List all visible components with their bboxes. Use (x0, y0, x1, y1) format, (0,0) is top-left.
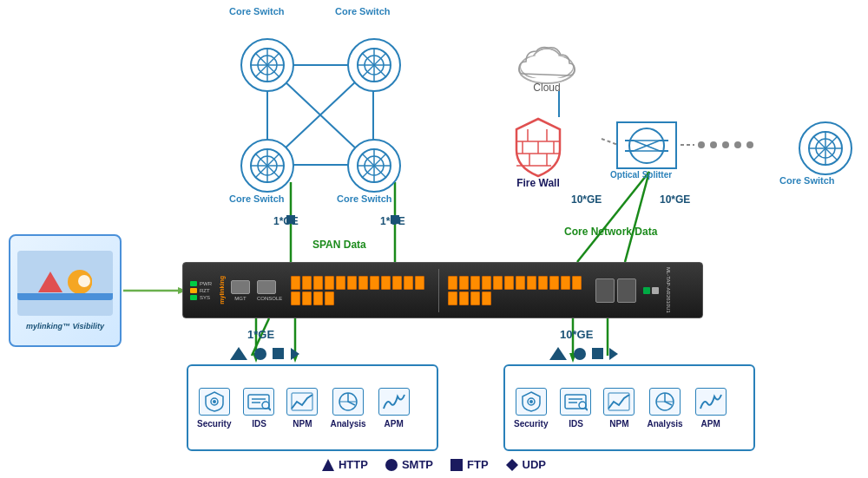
tool-analysis-right: Analysis (647, 388, 682, 429)
npm-icon-box-right (603, 388, 635, 416)
mylinking-box: mylinking™ Visibility (9, 234, 122, 347)
network-diagram: mylinking™ Visibility Core Switch Core S… (0, 0, 868, 478)
ge-label-10a: 10*GE (571, 193, 602, 206)
core-switch-bottom-left (240, 139, 294, 193)
svg-marker-38 (549, 347, 567, 360)
legend-ftp-label: FTP (467, 458, 489, 471)
svg-point-79 (535, 49, 559, 70)
svg-rect-116 (608, 393, 629, 410)
svg-rect-36 (273, 348, 284, 359)
analysis-icon-box-left (332, 388, 364, 416)
core-switch-top-left (240, 38, 294, 92)
core-switch-far-right (799, 121, 852, 175)
tap-device: PWR RZT SYS mylinking MGT CONSOLE (182, 262, 703, 318)
tool-ids-right: IDS (560, 388, 591, 429)
apm-icon-box-left (378, 388, 410, 416)
svg-marker-12 (292, 353, 299, 363)
left-tool-box: Security IDS NPM (187, 364, 438, 451)
npm-icon-box-left (286, 388, 318, 416)
svg-line-115 (585, 408, 588, 410)
ids-label-left: IDS (252, 419, 266, 429)
svg-marker-34 (230, 347, 247, 360)
legend-http: HTTP (322, 458, 368, 471)
svg-rect-106 (292, 393, 312, 410)
svg-point-114 (579, 402, 586, 409)
triangle-shape (38, 272, 62, 292)
tool-npm-right: NPM (603, 388, 635, 429)
ge-label-1a: 1*GE (273, 215, 299, 227)
legend-http-label: HTTP (339, 458, 368, 471)
analysis-icon-box-right (649, 388, 681, 416)
security-label-left: Security (197, 419, 231, 429)
analysis-label-left: Analysis (330, 419, 365, 429)
mylinking-label: mylinking™ Visibility (26, 322, 104, 331)
svg-point-26 (734, 141, 741, 148)
core-switch-bottom-right (347, 139, 401, 193)
apm-label-right: APM (700, 419, 720, 429)
security-icon-box-left (199, 388, 230, 416)
cloud-shape: Cloud (512, 39, 582, 94)
tool-analysis-left: Analysis (330, 388, 365, 429)
ids-label-right: IDS (569, 419, 583, 429)
legend: HTTP SMTP FTP UDP (0, 458, 868, 471)
tool-security-right: Security (514, 388, 548, 429)
tool-apm-left: APM (378, 388, 410, 429)
ge-label-10b: 10*GE (660, 193, 690, 206)
tool-security-left: Security (197, 388, 231, 429)
analysis-label-right: Analysis (647, 419, 682, 429)
mylinking-shapes (38, 270, 92, 294)
firewall-icon: Fire Wall (512, 117, 564, 189)
legend-udp-label: UDP (523, 458, 546, 471)
svg-marker-122 (506, 459, 518, 471)
svg-rect-40 (592, 348, 603, 359)
svg-marker-119 (322, 459, 334, 471)
core-switch-top-left-label: Core Switch (229, 6, 285, 16)
security-label-right: Security (514, 419, 548, 429)
svg-point-35 (254, 348, 266, 360)
core-switch-top-right (347, 38, 401, 92)
legend-smtp: SMTP (385, 458, 433, 471)
npm-label-left: NPM (293, 419, 312, 429)
span-data-label: SPAN Data (312, 239, 366, 251)
apm-label-left: APM (384, 419, 403, 429)
svg-line-28 (577, 172, 649, 262)
ge-10-output-label: 10*GE (560, 328, 593, 341)
tool-apm-right: APM (695, 388, 727, 429)
svg-marker-37 (291, 348, 299, 360)
apm-icon-box-right (695, 388, 727, 416)
svg-marker-14 (569, 353, 576, 363)
tool-npm-left: NPM (286, 388, 318, 429)
legend-udp: UDP (506, 458, 546, 471)
core-switch-bottom-right-label: Core Switch (337, 193, 392, 204)
ids-icon-box-left (243, 388, 274, 416)
svg-point-100 (213, 400, 216, 403)
mylinking-screen (17, 251, 113, 316)
firewall-label: Fire Wall (512, 177, 564, 189)
ids-icon-box-right (560, 388, 591, 416)
svg-point-110 (529, 400, 533, 403)
optical-splitter (616, 121, 677, 169)
svg-rect-121 (450, 459, 463, 471)
svg-point-25 (722, 141, 729, 148)
optical-splitter-label: Optical Splitter (610, 170, 672, 180)
svg-line-29 (625, 172, 649, 262)
svg-point-24 (710, 141, 717, 148)
legend-ftp: FTP (450, 458, 489, 471)
npm-label-right: NPM (609, 419, 628, 429)
security-icon-box-right (516, 388, 547, 416)
svg-point-39 (574, 348, 586, 360)
svg-line-105 (268, 408, 271, 410)
ge-label-1b: 1*GE (380, 215, 405, 227)
core-switch-bottom-left-label: Core Switch (229, 193, 285, 204)
svg-point-104 (262, 402, 269, 409)
svg-point-23 (698, 141, 705, 148)
svg-marker-33 (253, 353, 260, 363)
svg-point-27 (746, 141, 753, 148)
core-switch-far-right-label: Core Switch (779, 175, 835, 186)
legend-smtp-label: SMTP (402, 458, 433, 471)
core-network-data-label: Core Network Data (564, 226, 657, 238)
svg-marker-41 (609, 348, 618, 360)
tool-ids-left: IDS (243, 388, 274, 429)
right-tool-box: Security IDS NPM (503, 364, 755, 451)
ge-output-label: 1*GE (247, 328, 274, 341)
